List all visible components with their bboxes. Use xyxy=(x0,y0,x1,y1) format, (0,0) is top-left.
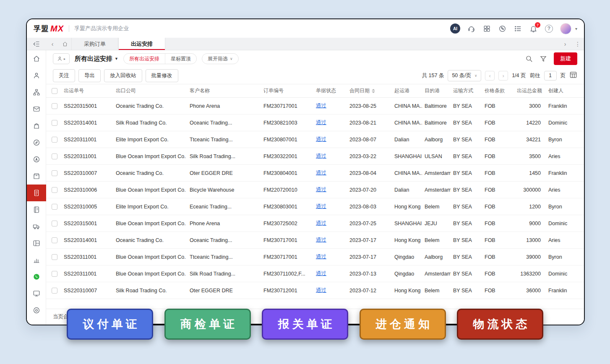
nav-whatsapp-icon[interactable] xyxy=(27,268,46,285)
overlay-button-2[interactable]: 商检单证 xyxy=(164,309,251,340)
table-row[interactable]: SS220310007Oceanic Trading Co.Oter EGGER… xyxy=(46,165,584,182)
sort-icon[interactable] xyxy=(372,89,375,93)
filter-all-shipments[interactable]: 所有出运安排 xyxy=(124,54,165,64)
overlay-button-3[interactable]: 报关单证 xyxy=(262,309,348,340)
column-header-7[interactable]: 起运港 xyxy=(392,84,422,98)
support-headset-icon[interactable] xyxy=(467,24,476,33)
notification-bell-icon[interactable]: 7 xyxy=(529,24,538,33)
avatar-chevron-down-icon[interactable]: ▾ xyxy=(575,26,577,31)
filter-funnel-icon[interactable] xyxy=(540,55,547,62)
nav-products-icon[interactable] xyxy=(27,117,46,134)
nav-workspace-icon[interactable] xyxy=(27,235,46,252)
batch-edit-button[interactable]: 批量修改 xyxy=(146,69,178,82)
collapse-sidebar-icon[interactable] xyxy=(27,38,46,50)
row-checkbox[interactable] xyxy=(52,103,57,109)
status-link[interactable]: 通过 xyxy=(316,237,326,243)
filter-starred-pinned[interactable]: 星标置顶 xyxy=(165,54,196,64)
tab-more-icon[interactable]: ⋮ xyxy=(571,38,584,50)
table-row[interactable]: SS220314001Silk Road Trading Co.Oceanic … xyxy=(46,114,584,131)
search-icon[interactable] xyxy=(525,55,533,62)
nav-mail-icon[interactable] xyxy=(27,101,46,117)
column-header-11[interactable]: 出运总金额 xyxy=(514,84,546,98)
nav-orders-icon[interactable] xyxy=(27,168,46,185)
status-link[interactable]: 通过 xyxy=(316,220,326,226)
cell-5[interactable]: 通过 xyxy=(313,198,347,215)
table-row[interactable]: SS220314001Oceanic Trading Co.Oceanic Tr… xyxy=(46,232,584,249)
table-row[interactable]: SS220311001Blue Ocean Import Export Co.S… xyxy=(46,265,584,282)
column-header-12[interactable]: 创建人 xyxy=(546,84,584,98)
nav-organization-icon[interactable] xyxy=(27,84,46,101)
status-link[interactable]: 通过 xyxy=(316,203,326,209)
ai-assistant-icon[interactable]: AI xyxy=(450,23,460,34)
overlay-button-4[interactable]: 进仓通知 xyxy=(360,309,446,340)
overlay-button-1[interactable]: 议付单证 xyxy=(67,309,153,340)
export-button[interactable]: 导出 xyxy=(78,69,101,82)
cell-5[interactable]: 通过 xyxy=(313,282,347,299)
cell-5[interactable]: 通过 xyxy=(313,215,347,232)
row-checkbox[interactable] xyxy=(52,254,57,260)
cell-5[interactable]: 通过 xyxy=(313,165,347,182)
tab-shipping-arrangement[interactable]: 出运安排 xyxy=(118,38,165,50)
column-header-4[interactable]: 订单编号 xyxy=(261,84,313,98)
nav-monitor-icon[interactable] xyxy=(27,285,46,302)
nav-marketing-icon[interactable] xyxy=(27,134,46,151)
column-settings-icon[interactable] xyxy=(569,71,577,80)
nav-shipping-arrangement-icon[interactable] xyxy=(27,185,46,201)
cell-5[interactable]: 通过 xyxy=(313,232,347,249)
nav-settings-icon[interactable] xyxy=(27,302,46,319)
status-link[interactable]: 通过 xyxy=(316,153,326,159)
row-checkbox[interactable] xyxy=(52,153,57,159)
nav-logistics-icon[interactable] xyxy=(27,218,46,235)
cell-5[interactable]: 通过 xyxy=(313,265,347,282)
page-size-select[interactable]: 50 条/页 ∨ xyxy=(448,70,481,81)
column-header-2[interactable]: 出口公司 xyxy=(113,84,187,98)
row-checkbox[interactable] xyxy=(52,120,57,126)
help-icon[interactable]: ? xyxy=(545,25,553,33)
new-button[interactable]: 新建 xyxy=(554,52,577,65)
column-header-1[interactable]: 出运单号 xyxy=(61,84,113,98)
table-row[interactable]: SS220311001Elite Import Export Co.Ttcean… xyxy=(46,131,584,148)
follow-button[interactable]: 关注 xyxy=(53,69,75,82)
status-link[interactable]: 通过 xyxy=(316,270,326,276)
row-checkbox[interactable] xyxy=(52,288,57,294)
table-row[interactable]: SS220311001Blue Ocean Import Export Co.T… xyxy=(46,249,584,265)
recycle-bin-button[interactable]: 放入回收站 xyxy=(104,69,142,82)
user-avatar[interactable] xyxy=(560,23,571,34)
cell-5[interactable]: 通过 xyxy=(313,182,347,198)
view-selector[interactable]: 所有出运安排 ▼ xyxy=(75,55,118,63)
task-list-icon[interactable] xyxy=(514,24,522,33)
tab-forward-icon[interactable]: › xyxy=(559,38,571,50)
select-all-checkbox[interactable] xyxy=(52,88,57,94)
column-header-6[interactable]: 合同日期 xyxy=(347,84,392,98)
table-row[interactable]: SS220310005Elite Import Export Co.Eceani… xyxy=(46,198,584,215)
status-link[interactable]: 通过 xyxy=(316,103,326,109)
apps-grid-icon[interactable] xyxy=(483,24,491,33)
tab-purchase-orders[interactable]: 采购订单 xyxy=(71,38,118,50)
cell-5[interactable]: 通过 xyxy=(313,249,347,265)
status-link[interactable]: 通过 xyxy=(316,287,326,293)
overlay-button-5[interactable]: 物流状态 xyxy=(457,309,543,340)
column-header-8[interactable]: 目的港 xyxy=(422,84,451,98)
cell-5[interactable]: 通过 xyxy=(313,148,347,165)
status-link[interactable]: 通过 xyxy=(316,170,326,176)
column-header-5[interactable]: 单据状态 xyxy=(313,84,347,98)
row-checkbox[interactable] xyxy=(52,170,57,176)
table-row[interactable]: SS220315001Blue Ocean Import Export Co.P… xyxy=(46,215,584,232)
nav-home-icon[interactable] xyxy=(27,50,46,67)
table-row[interactable]: SS220310007Silk Road Trading Co.Oter EGG… xyxy=(46,282,584,299)
status-link[interactable]: 通过 xyxy=(316,254,326,260)
column-header-10[interactable]: 价格条款 xyxy=(482,84,514,98)
column-header-3[interactable]: 客户名称 xyxy=(187,84,261,98)
owner-filter-button[interactable]: ▸ xyxy=(53,53,70,64)
row-checkbox[interactable] xyxy=(52,237,57,243)
nav-contacts-icon[interactable] xyxy=(27,67,46,84)
cell-5[interactable]: 通过 xyxy=(313,131,347,148)
nav-reports-icon[interactable] xyxy=(27,252,46,268)
phone-call-icon[interactable] xyxy=(498,24,507,33)
next-page-button[interactable]: › xyxy=(498,71,508,81)
goto-page-input[interactable] xyxy=(544,71,557,81)
row-checkbox[interactable] xyxy=(52,221,57,226)
status-link[interactable]: 通过 xyxy=(316,136,326,142)
row-checkbox[interactable] xyxy=(52,137,57,143)
cell-5[interactable]: 通过 xyxy=(313,98,347,114)
